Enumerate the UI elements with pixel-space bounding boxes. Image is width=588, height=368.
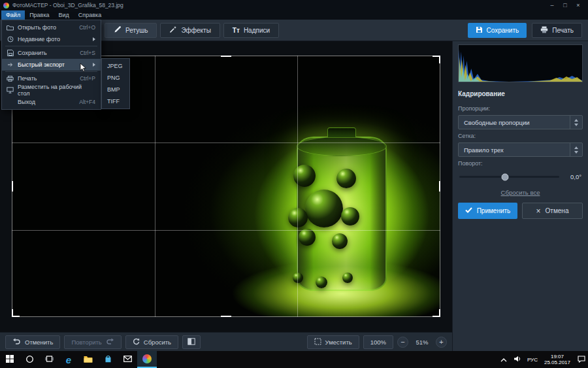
- file-menu-item-recent[interactable]: Недавние фото: [2, 33, 101, 45]
- histogram: [458, 44, 583, 82]
- redo-arrow-icon: [106, 338, 114, 346]
- menu-help[interactable]: Справка: [74, 10, 106, 20]
- proportions-label: Пропорции:: [458, 105, 583, 112]
- proportions-dropdown[interactable]: Свободные пропорции: [458, 115, 583, 129]
- reset-button[interactable]: Сбросить: [125, 335, 178, 349]
- volume-button[interactable]: [511, 356, 525, 363]
- file-explorer-button[interactable]: [78, 351, 98, 368]
- tab-effects[interactable]: Эффекты: [160, 23, 220, 38]
- folder-icon: [84, 356, 93, 364]
- rotation-slider-thumb[interactable]: [502, 173, 509, 180]
- crop-handle-left[interactable]: [12, 181, 13, 192]
- action-center-button[interactable]: [574, 356, 588, 364]
- undo-button[interactable]: Отменить: [5, 335, 60, 349]
- crop-handle-bottom-right[interactable]: [433, 309, 440, 317]
- menu-bar: Файл Правка Вид Справка: [0, 10, 588, 20]
- menu-view[interactable]: Вид: [54, 10, 74, 20]
- export-submenu: JPEG PNG BMP TIFF: [101, 58, 130, 109]
- file-menu-item-open[interactable]: Открыть фото Ctrl+O: [2, 22, 101, 33]
- windows-taskbar: e РУС 19:07 25.05.2017: [0, 351, 588, 368]
- notification-icon: [578, 356, 585, 364]
- menu-separator: [5, 46, 97, 46]
- search-button[interactable]: [20, 351, 39, 368]
- zoom-in-button[interactable]: +: [436, 337, 447, 348]
- tab-captions[interactable]: Tт Надписи: [223, 23, 279, 38]
- fit-button[interactable]: Уместить: [307, 335, 359, 349]
- rotation-label: Поворот:: [458, 160, 583, 167]
- pencil-icon: [114, 25, 122, 35]
- menu-file[interactable]: Файл: [1, 10, 25, 20]
- redo-button[interactable]: Повторить: [64, 335, 121, 349]
- crop-handle-bottom[interactable]: [221, 316, 231, 317]
- right-panel: Кадрирование Пропорции: Свободные пропор…: [452, 41, 588, 351]
- shopping-bag-icon: [105, 355, 112, 364]
- print-button[interactable]: Печать: [532, 23, 582, 38]
- task-view-icon: [45, 355, 54, 364]
- printer-icon: [540, 26, 548, 35]
- language-indicator[interactable]: РУС: [525, 357, 540, 363]
- maximize-button[interactable]: □: [559, 0, 572, 10]
- submenu-arrow-icon: [93, 63, 95, 67]
- store-button[interactable]: [98, 351, 118, 368]
- minimize-button[interactable]: –: [546, 0, 559, 10]
- grid-dropdown[interactable]: Правило трех: [458, 142, 583, 157]
- menu-edit[interactable]: Правка: [25, 10, 54, 20]
- export-bmp[interactable]: BMP: [102, 84, 129, 95]
- edge-browser-button[interactable]: e: [59, 351, 78, 368]
- submenu-arrow-icon: [93, 37, 95, 41]
- close-button[interactable]: ×: [572, 0, 585, 10]
- monitor-icon: [7, 87, 14, 93]
- stepper-arrows-icon[interactable]: [570, 143, 582, 156]
- time: 19:07: [544, 354, 570, 360]
- reset-circular-arrow-icon: [133, 338, 140, 346]
- photomaster-app-button[interactable]: [137, 351, 157, 368]
- start-button[interactable]: [0, 351, 20, 368]
- file-menu-item-set-wallpaper[interactable]: Разместить на рабочий стол: [2, 84, 101, 96]
- export-tiff[interactable]: TIFF: [102, 95, 129, 107]
- file-menu-item-save[interactable]: Сохранить Ctrl+S: [2, 47, 101, 59]
- text-icon: Tт: [233, 27, 240, 34]
- mouse-cursor: [80, 63, 87, 74]
- crop-handle-top-right[interactable]: [433, 56, 440, 63]
- file-menu-item-exit[interactable]: Выход Alt+F4: [2, 96, 101, 108]
- mail-button[interactable]: [118, 351, 137, 368]
- undo-arrow-icon: [12, 338, 21, 346]
- grid-value: Правило трех: [464, 146, 504, 154]
- title-bar: ФотоМАСТЕР - Oboi_3D_Grafika_58_23.jpg –…: [0, 0, 588, 10]
- clock-icon: [7, 36, 14, 42]
- crop-section-title: Кадрирование: [458, 90, 583, 97]
- crop-handle-right[interactable]: [439, 181, 440, 192]
- clock[interactable]: 19:07 25.05.2017: [540, 354, 574, 365]
- apply-button[interactable]: Применить: [458, 203, 517, 219]
- export-png[interactable]: PNG: [102, 72, 129, 84]
- tab-retouch[interactable]: Ретушь: [105, 23, 157, 38]
- zoom-out-button[interactable]: −: [397, 337, 408, 348]
- checkmark-icon: [465, 207, 472, 214]
- stepper-arrows-icon[interactable]: [570, 116, 582, 129]
- grid-label: Сетка:: [458, 133, 583, 139]
- date: 25.05.2017: [544, 360, 570, 365]
- crop-handle-top[interactable]: [221, 56, 231, 57]
- envelope-icon: [123, 356, 132, 363]
- printer-icon: [7, 76, 14, 82]
- compare-icon: [188, 338, 195, 346]
- magic-wand-icon: [169, 25, 177, 35]
- reset-all-link[interactable]: Сбросить все: [458, 189, 583, 196]
- zoom-100-button[interactable]: 100%: [363, 335, 393, 349]
- file-menu-item-print[interactable]: Печать Ctrl+P: [2, 73, 101, 84]
- hidden-icons-button[interactable]: [497, 356, 511, 363]
- folder-open-icon: [7, 25, 14, 31]
- chevron-up-icon: [500, 356, 507, 363]
- compare-before-after-button[interactable]: [182, 335, 201, 349]
- zoom-level: 51%: [412, 339, 432, 346]
- rotation-slider[interactable]: [459, 176, 559, 178]
- crop-handle-bottom-left[interactable]: [12, 309, 20, 317]
- fit-to-screen-icon: [314, 338, 321, 346]
- task-view-button[interactable]: [39, 351, 59, 368]
- cancel-button[interactable]: × Отмена: [522, 203, 583, 219]
- floppy-disk-icon: [476, 26, 483, 35]
- search-icon: [25, 355, 34, 365]
- app-window: ФотоМАСТЕР - Oboi_3D_Grafika_58_23.jpg –…: [0, 0, 588, 368]
- save-button[interactable]: Сохранить: [468, 23, 527, 38]
- export-jpeg[interactable]: JPEG: [102, 60, 129, 72]
